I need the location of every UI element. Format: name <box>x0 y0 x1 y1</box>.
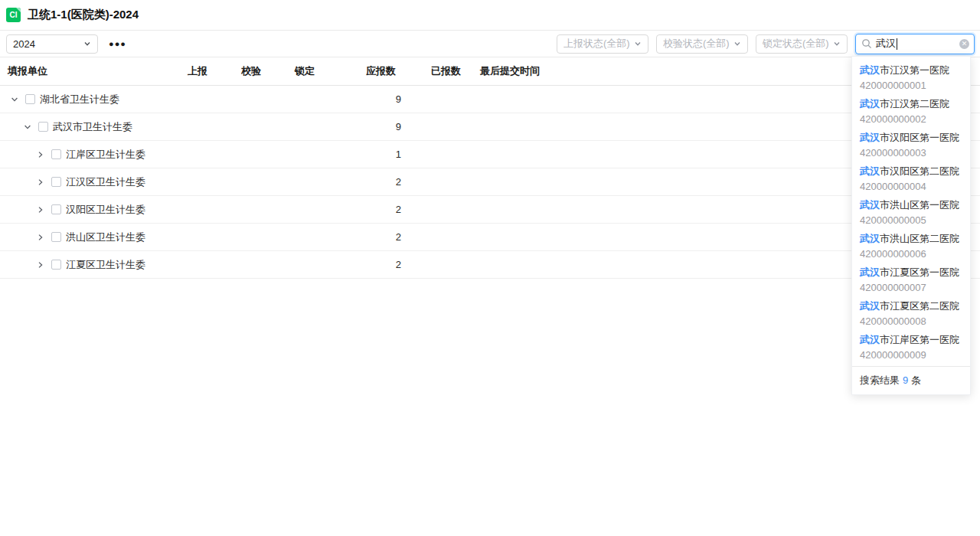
table-row[interactable]: 江夏区卫生计生委 2 <box>0 251 980 279</box>
row-checkbox[interactable] <box>51 232 61 242</box>
result-org-code: 420000000005 <box>860 213 962 227</box>
search-result-item[interactable]: 武汉市洪山区第二医院 420000000006 <box>852 228 970 262</box>
results-footer-prefix: 搜索结果 <box>860 374 900 386</box>
result-org-name: 武汉市洪山区第一医院 <box>860 198 962 213</box>
text-caret <box>897 38 897 50</box>
search-results-list: 武汉市江汉第一医院 420000000001 武汉市江汉第二医院 4200000… <box>852 60 970 363</box>
column-header-lock: 锁定 <box>295 64 366 78</box>
result-org-name: 武汉市江夏区第一医院 <box>860 265 962 280</box>
row-checkbox[interactable] <box>51 177 61 187</box>
expand-chevron-icon[interactable] <box>37 151 44 159</box>
check-status-select[interactable]: 校验状态(全部) <box>656 34 748 54</box>
result-org-code: 420000000002 <box>860 112 962 126</box>
logo-fold-corner <box>16 8 21 12</box>
results-count: 9 <box>903 374 908 386</box>
app-logo-icon: CI <box>6 8 21 22</box>
page-title: 卫统1-1(医院类)-2024 <box>28 8 139 22</box>
expand-chevron-icon[interactable] <box>37 234 44 241</box>
due-count: 2 <box>366 204 401 215</box>
result-org-name: 武汉市汉阳区第二医院 <box>860 164 962 179</box>
search-result-item[interactable]: 武汉市江夏区第一医院 420000000007 <box>852 262 970 296</box>
result-org-name: 武汉市洪山区第二医院 <box>860 231 962 247</box>
toolbar: 2024 ●●● 上报状态(全部) 校验状态(全部) 锁定状态(全部) 武汉 ✕ <box>0 31 980 57</box>
row-checkbox[interactable] <box>51 204 61 214</box>
org-name: 江夏区卫生计生委 <box>66 258 145 272</box>
column-header-unit: 填报单位 <box>8 64 188 78</box>
due-count: 1 <box>366 149 401 160</box>
row-checkbox[interactable] <box>38 122 48 132</box>
lock-status-select[interactable]: 锁定状态(全部) <box>756 34 848 54</box>
search-result-item[interactable]: 武汉市汉阳区第二医院 420000000004 <box>852 161 970 194</box>
expand-chevron-icon[interactable] <box>24 123 31 131</box>
search-result-item[interactable]: 武汉市江岸区第一医院 420000000009 <box>852 329 970 363</box>
result-org-name: 武汉市江汉第二医院 <box>860 96 962 112</box>
chevron-down-icon <box>733 40 741 47</box>
result-org-name: 武汉市江夏区第二医院 <box>860 299 962 314</box>
clear-search-icon[interactable]: ✕ <box>959 39 969 49</box>
result-org-code: 420000000007 <box>860 280 962 295</box>
check-status-value: 校验状态(全部) <box>663 37 730 51</box>
result-org-code: 420000000006 <box>860 247 962 261</box>
result-org-code: 420000000003 <box>860 145 962 160</box>
results-footer-suffix: 条 <box>911 374 921 386</box>
search-input-value: 武汉 <box>876 37 896 51</box>
column-header-check: 校验 <box>241 64 295 78</box>
org-name: 汉阳区卫生计生委 <box>66 203 145 217</box>
search-result-item[interactable]: 武汉市江汉第二医院 420000000002 <box>852 93 970 127</box>
row-checkbox[interactable] <box>51 149 61 159</box>
org-name: 湖北省卫生计生委 <box>40 93 119 106</box>
org-name: 洪山区卫生计生委 <box>66 230 145 244</box>
due-count: 9 <box>366 121 401 132</box>
lock-status-value: 锁定状态(全部) <box>763 37 829 51</box>
result-org-name: 武汉市江岸区第一医院 <box>860 332 962 348</box>
row-checkbox[interactable] <box>25 94 35 104</box>
table-row[interactable]: 洪山区卫生计生委 2 <box>0 224 980 251</box>
year-select[interactable]: 2024 <box>6 34 98 54</box>
result-org-code: 420000000008 <box>860 314 962 328</box>
more-options-button[interactable]: ●●● <box>109 34 126 54</box>
result-org-code: 420000000004 <box>860 179 962 194</box>
search-input[interactable]: 武汉 ✕ <box>855 34 975 54</box>
table-row[interactable]: 汉阳区卫生计生委 2 <box>0 196 980 224</box>
due-count: 2 <box>366 176 401 188</box>
result-org-code: 420000000001 <box>860 78 962 93</box>
result-org-name: 武汉市汉阳区第一医院 <box>860 130 962 145</box>
table-row[interactable]: 江汉区卫生计生委 2 <box>0 168 980 196</box>
table-header: 填报单位 上报 校验 锁定 应报数 已报数 最后提交时间 <box>0 57 980 86</box>
table-row[interactable]: 湖北省卫生计生委 9 <box>0 86 980 113</box>
year-select-value: 2024 <box>13 38 35 50</box>
report-status-value: 上报状态(全部) <box>564 37 630 51</box>
chevron-down-icon <box>634 40 642 47</box>
expand-chevron-icon[interactable] <box>11 96 18 103</box>
search-results-dropdown: 武汉市江汉第一医院 420000000001 武汉市江汉第二医院 4200000… <box>851 56 971 395</box>
due-count: 9 <box>366 93 401 105</box>
org-name: 武汉市卫生计生委 <box>53 120 132 134</box>
due-count: 2 <box>366 259 401 270</box>
org-name: 江岸区卫生计生委 <box>66 148 145 162</box>
expand-chevron-icon[interactable] <box>37 178 44 186</box>
toolbar-filters: 上报状态(全部) 校验状态(全部) 锁定状态(全部) 武汉 ✕ <box>557 34 975 54</box>
column-header-done: 已报数 <box>431 64 466 78</box>
search-result-item[interactable]: 武汉市汉阳区第一医院 420000000003 <box>852 127 970 161</box>
report-status-select[interactable]: 上报状态(全部) <box>557 34 648 54</box>
row-checkbox[interactable] <box>51 260 61 270</box>
search-results-footer: 搜索结果9条 <box>852 366 970 394</box>
chevron-down-icon <box>833 40 841 47</box>
search-result-item[interactable]: 武汉市江汉第一医院 420000000001 <box>852 60 970 93</box>
expand-chevron-icon[interactable] <box>37 261 44 269</box>
search-result-item[interactable]: 武汉市江夏区第二医院 420000000008 <box>852 296 970 329</box>
result-org-code: 420000000009 <box>860 348 962 362</box>
chevron-down-icon <box>83 40 91 47</box>
org-tree-table: 湖北省卫生计生委 9 武汉市卫生计生委 9 江岸区卫生计生委 <box>0 86 980 279</box>
expand-chevron-icon[interactable] <box>37 206 44 214</box>
table-row[interactable]: 武汉市卫生计生委 9 <box>0 113 980 141</box>
column-header-due: 应报数 <box>366 64 401 78</box>
column-header-report: 上报 <box>188 64 241 78</box>
search-icon <box>861 38 872 49</box>
org-name: 江汉区卫生计生委 <box>66 175 145 189</box>
result-org-name: 武汉市江汉第一医院 <box>860 63 962 78</box>
table-row[interactable]: 江岸区卫生计生委 1 <box>0 141 980 168</box>
search-result-item[interactable]: 武汉市洪山区第一医院 420000000005 <box>852 194 970 228</box>
titlebar: CI 卫统1-1(医院类)-2024 <box>0 0 980 31</box>
due-count: 2 <box>366 231 401 243</box>
